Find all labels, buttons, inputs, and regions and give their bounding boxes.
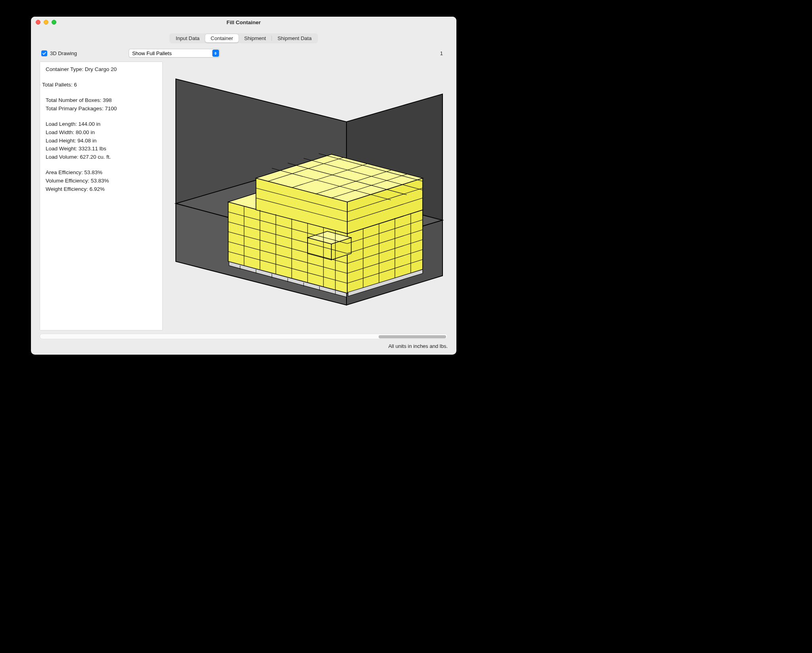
select-stepper-icon (212, 50, 219, 57)
window-controls (31, 20, 56, 25)
minimize-button[interactable] (44, 20, 48, 25)
container-count: 1 (440, 50, 446, 56)
info-total-boxes: Total Number of Boxes: 398 (43, 96, 159, 105)
view-select[interactable]: Show Full Pallets (129, 49, 220, 58)
view-select-value: Show Full Pallets (132, 50, 172, 56)
titlebar: Fill Container (31, 17, 456, 28)
tab-shipment[interactable]: Shipment (239, 34, 271, 42)
close-button[interactable] (36, 20, 40, 25)
tab-input-data[interactable]: Input Data (170, 34, 205, 42)
info-total-primary: Total Primary Packages: 7100 (43, 105, 159, 113)
info-area-eff: Area Efficiency: 53.83% (43, 169, 159, 177)
drawing-3d-checkbox[interactable]: 3D Drawing (41, 50, 77, 56)
container-3d-svg (169, 75, 446, 317)
tab-bar: Input Data Container Shipment Shipment D… (31, 28, 456, 46)
tab-shipment-data[interactable]: Shipment Data (272, 34, 317, 42)
checkbox-icon (41, 50, 47, 56)
info-load-length: Load Length: 144.00 in (43, 120, 159, 129)
tab-container[interactable]: Container (205, 34, 239, 42)
info-container-type: Container Type: Dry Cargo 20 (43, 65, 159, 74)
horizontal-scrollbar[interactable] (40, 334, 448, 339)
window-title: Fill Container (31, 19, 456, 25)
scrollbar-thumb[interactable] (379, 335, 446, 338)
container-3d-view[interactable] (167, 61, 448, 330)
info-panel: Container Type: Dry Cargo 20 Total Palle… (40, 61, 163, 330)
drawing-3d-label: 3D Drawing (50, 50, 77, 56)
info-load-width: Load Width: 80.00 in (43, 129, 159, 137)
zoom-button[interactable] (52, 20, 56, 25)
info-weight-eff: Weight Efficiency: 6.92% (43, 185, 159, 194)
content-area: Container Type: Dry Cargo 20 Total Palle… (31, 61, 456, 334)
info-load-height: Load Height: 94.08 in (43, 137, 159, 145)
app-window: Fill Container Input Data Container Ship… (31, 17, 456, 355)
info-total-pallets[interactable]: Total Pallets: 6 (40, 81, 159, 89)
tab-segmented-control: Input Data Container Shipment Shipment D… (169, 33, 318, 43)
footer-units: All units in inches and lbs. (31, 342, 456, 355)
info-load-weight: Load Weight: 3323.11 lbs (43, 145, 159, 153)
options-row: 3D Drawing Show Full Pallets 1 (31, 46, 456, 61)
chevron-right-icon (40, 83, 40, 86)
info-vol-eff: Volume Efficiency: 53.83% (43, 177, 159, 185)
info-load-volume: Load Volume: 627.20 cu. ft. (43, 153, 159, 161)
